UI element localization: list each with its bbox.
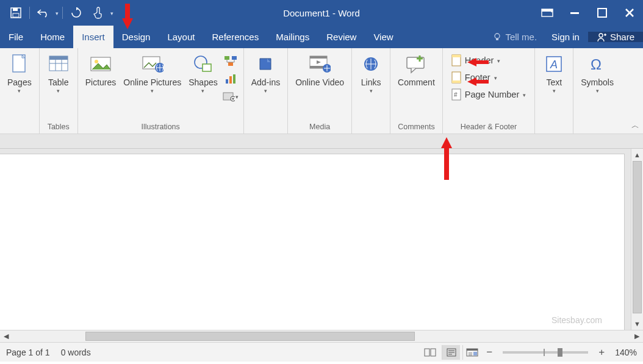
- links-icon: [360, 53, 382, 75]
- horizontal-scrollbar[interactable]: ◀ ▶: [0, 330, 643, 342]
- chevron-down-icon: ▾: [18, 88, 21, 94]
- quick-access-toolbar: ▾ ▾: [0, 3, 120, 23]
- svg-rect-42: [425, 349, 429, 356]
- page-number-label: Page Number: [465, 90, 519, 99]
- page-status[interactable]: Page 1 of 1: [6, 348, 50, 357]
- scroll-thumb[interactable]: [633, 161, 642, 313]
- status-bar: Page 1 of 1 0 words − + 140%: [0, 342, 643, 362]
- zoom-thumb[interactable]: [558, 348, 562, 357]
- redo-button[interactable]: [66, 3, 86, 23]
- tab-references[interactable]: References: [203, 26, 267, 48]
- pages-label: Pages: [7, 77, 32, 87]
- sign-in-button[interactable]: Sign in: [543, 32, 588, 42]
- smartart-button[interactable]: [223, 53, 239, 69]
- zoom-in-button[interactable]: +: [595, 346, 608, 359]
- ribbon: Pages ▾ Table ▾ Tables Pictures Online P…: [0, 48, 643, 134]
- print-layout-button[interactable]: [442, 345, 460, 360]
- tab-design[interactable]: Design: [113, 26, 159, 48]
- online-pictures-button[interactable]: Online Pictures ▾: [120, 51, 185, 96]
- tell-me-search[interactable]: Tell me.: [487, 32, 543, 42]
- tab-insert[interactable]: Insert: [73, 26, 113, 48]
- svg-point-9: [599, 34, 603, 37]
- vertical-scrollbar[interactable]: ▲ ▼: [631, 149, 643, 330]
- tell-me-label: Tell me.: [505, 32, 537, 42]
- svg-rect-20: [232, 56, 237, 60]
- share-button[interactable]: Share: [588, 32, 643, 42]
- web-layout-button[interactable]: [462, 345, 481, 360]
- page-number-button[interactable]: # Page Number ▾: [449, 87, 528, 102]
- table-icon: [48, 53, 70, 75]
- tab-view[interactable]: View: [365, 26, 401, 48]
- zoom-out-button[interactable]: −: [483, 346, 495, 359]
- pages-button[interactable]: Pages ▾: [4, 51, 35, 96]
- close-button[interactable]: [616, 0, 643, 26]
- pictures-label: Pictures: [85, 77, 117, 87]
- tab-home[interactable]: Home: [32, 26, 73, 48]
- tab-mailings[interactable]: Mailings: [267, 26, 318, 48]
- touch-mode-button[interactable]: [88, 3, 108, 23]
- ruler: [0, 134, 643, 149]
- svg-rect-23: [229, 76, 232, 84]
- header-footer-group-label: Header & Footer: [461, 121, 517, 134]
- group-tables: Table ▾ Tables: [40, 48, 78, 134]
- header-button[interactable]: Header ▾: [449, 53, 528, 68]
- undo-dropdown-icon[interactable]: ▾: [56, 10, 59, 16]
- table-button[interactable]: Table ▾: [43, 51, 74, 96]
- maximize-button[interactable]: [588, 0, 616, 26]
- shapes-button[interactable]: Shapes ▾: [185, 51, 221, 96]
- group-media: Online Video Media: [288, 48, 352, 134]
- scroll-thumb[interactable]: [85, 332, 415, 341]
- window-controls: [533, 0, 643, 26]
- document-area: Sitesbay.com ▲ ▼: [0, 149, 643, 330]
- document-page[interactable]: Sitesbay.com: [0, 154, 625, 330]
- svg-text:Ω: Ω: [591, 56, 602, 73]
- title-bar: ▾ ▾ Document1 - Word: [0, 0, 643, 26]
- text-button[interactable]: A Text ▾: [539, 51, 569, 96]
- svg-rect-36: [452, 80, 461, 83]
- svg-rect-43: [431, 349, 436, 356]
- pages-icon: [9, 53, 31, 75]
- online-pictures-icon: [142, 53, 163, 75]
- touch-dropdown-icon[interactable]: ▾: [110, 10, 113, 16]
- word-count[interactable]: 0 words: [61, 348, 91, 357]
- tab-layout[interactable]: Layout: [159, 26, 203, 48]
- online-pictures-label: Online Pictures: [123, 77, 181, 87]
- scroll-track[interactable]: [12, 330, 631, 342]
- collapse-ribbon-button[interactable]: ︿: [631, 120, 639, 131]
- illustrations-group-label: Illustrations: [142, 121, 180, 134]
- screenshot-button[interactable]: ▾: [223, 88, 239, 104]
- undo-button[interactable]: [34, 3, 53, 23]
- pictures-button[interactable]: Pictures: [82, 51, 120, 90]
- share-label: Share: [610, 32, 634, 42]
- scroll-down-button[interactable]: ▼: [631, 318, 643, 330]
- comment-button[interactable]: Comment: [394, 51, 439, 90]
- header-icon: [451, 54, 461, 66]
- shapes-label: Shapes: [189, 77, 217, 87]
- scroll-right-button[interactable]: ▶: [631, 330, 643, 343]
- zoom-slider[interactable]: [503, 351, 588, 354]
- links-label: Links: [361, 77, 381, 87]
- svg-text:#: #: [454, 91, 458, 98]
- chevron-down-icon: ▾: [494, 75, 497, 81]
- chevron-down-icon: ▾: [57, 88, 60, 94]
- online-video-button[interactable]: Online Video: [292, 51, 348, 90]
- save-button[interactable]: [6, 3, 26, 23]
- scroll-left-button[interactable]: ◀: [0, 330, 12, 343]
- illustrations-small: ▾: [221, 51, 240, 107]
- scroll-up-button[interactable]: ▲: [631, 149, 643, 161]
- footer-button[interactable]: Footer ▾: [449, 70, 528, 85]
- zoom-level[interactable]: 140%: [615, 348, 637, 357]
- ribbon-display-button[interactable]: [533, 0, 561, 26]
- symbols-button[interactable]: Ω Symbols ▾: [577, 51, 617, 96]
- links-button[interactable]: Links ▾: [356, 51, 386, 96]
- tab-file[interactable]: File: [0, 26, 32, 48]
- addins-button[interactable]: Add-ins ▾: [248, 51, 284, 96]
- table-label: Table: [48, 77, 68, 87]
- svg-rect-19: [225, 56, 229, 60]
- read-mode-button[interactable]: [421, 345, 439, 360]
- tab-review[interactable]: Review: [318, 26, 365, 48]
- person-share-icon: [597, 32, 606, 42]
- annotation-arrow-insert: [122, 18, 133, 29]
- chart-button[interactable]: [223, 71, 239, 87]
- minimize-button[interactable]: [561, 0, 588, 26]
